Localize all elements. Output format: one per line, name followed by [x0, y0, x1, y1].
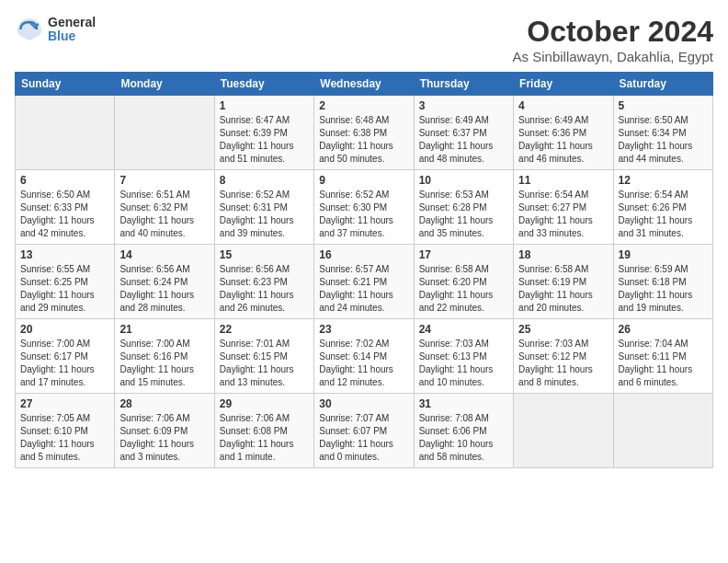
- day-detail: Sunrise: 7:01 AMSunset: 6:15 PMDaylight:…: [220, 338, 309, 389]
- day-number: 18: [518, 248, 608, 261]
- header-cell-wednesday: Wednesday: [314, 73, 414, 96]
- week-row-1: 1Sunrise: 6:47 AMSunset: 6:39 PMDaylight…: [16, 96, 713, 170]
- day-detail: Sunrise: 6:59 AMSunset: 6:18 PMDaylight:…: [619, 263, 708, 315]
- day-detail: Sunrise: 6:53 AMSunset: 6:28 PMDaylight:…: [419, 189, 508, 240]
- calendar-cell: [613, 394, 712, 468]
- day-number: 5: [619, 99, 708, 112]
- week-row-5: 27Sunrise: 7:05 AMSunset: 6:10 PMDayligh…: [16, 394, 713, 468]
- day-detail: Sunrise: 7:03 AMSunset: 6:12 PMDaylight:…: [518, 338, 608, 389]
- day-number: 3: [419, 99, 508, 112]
- day-number: 28: [119, 397, 209, 410]
- calendar-cell: 4Sunrise: 6:49 AMSunset: 6:36 PMDaylight…: [514, 96, 613, 170]
- day-number: 20: [20, 323, 109, 336]
- day-number: 30: [319, 397, 408, 410]
- day-detail: Sunrise: 7:00 AMSunset: 6:16 PMDaylight:…: [119, 338, 209, 389]
- calendar-cell: 16Sunrise: 6:57 AMSunset: 6:21 PMDayligh…: [314, 245, 414, 319]
- week-row-4: 20Sunrise: 7:00 AMSunset: 6:17 PMDayligh…: [16, 319, 713, 394]
- calendar-cell: 1Sunrise: 6:47 AMSunset: 6:39 PMDaylight…: [214, 96, 313, 170]
- day-detail: Sunrise: 7:07 AMSunset: 6:07 PMDaylight:…: [319, 412, 408, 464]
- day-number: 22: [220, 323, 309, 336]
- calendar-cell: 30Sunrise: 7:07 AMSunset: 6:07 PMDayligh…: [314, 394, 414, 468]
- day-number: 17: [419, 248, 508, 261]
- calendar-cell: 29Sunrise: 7:06 AMSunset: 6:08 PMDayligh…: [214, 394, 313, 468]
- header-cell-sunday: Sunday: [16, 73, 115, 96]
- day-detail: Sunrise: 6:54 AMSunset: 6:27 PMDaylight:…: [518, 189, 608, 240]
- week-row-3: 13Sunrise: 6:55 AMSunset: 6:25 PMDayligh…: [16, 245, 713, 319]
- day-number: 2: [319, 99, 408, 112]
- logo: General Blue: [15, 15, 96, 44]
- calendar-cell: 26Sunrise: 7:04 AMSunset: 6:11 PMDayligh…: [613, 319, 712, 394]
- day-detail: Sunrise: 6:56 AMSunset: 6:24 PMDaylight:…: [119, 263, 209, 315]
- calendar-cell: 18Sunrise: 6:58 AMSunset: 6:19 PMDayligh…: [514, 245, 613, 319]
- day-detail: Sunrise: 6:54 AMSunset: 6:26 PMDaylight:…: [619, 189, 708, 240]
- day-detail: Sunrise: 6:50 AMSunset: 6:33 PMDaylight:…: [20, 189, 109, 240]
- day-number: 7: [119, 174, 209, 187]
- day-detail: Sunrise: 6:49 AMSunset: 6:36 PMDaylight:…: [518, 114, 608, 166]
- calendar-cell: 15Sunrise: 6:56 AMSunset: 6:23 PMDayligh…: [214, 245, 313, 319]
- day-number: 24: [419, 323, 508, 336]
- calendar-cell: 21Sunrise: 7:00 AMSunset: 6:16 PMDayligh…: [115, 319, 214, 394]
- calendar-cell: 14Sunrise: 6:56 AMSunset: 6:24 PMDayligh…: [115, 245, 214, 319]
- week-row-2: 6Sunrise: 6:50 AMSunset: 6:33 PMDaylight…: [16, 170, 713, 245]
- calendar-cell: 3Sunrise: 6:49 AMSunset: 6:37 PMDaylight…: [414, 96, 513, 170]
- day-detail: Sunrise: 7:03 AMSunset: 6:13 PMDaylight:…: [419, 338, 508, 389]
- day-detail: Sunrise: 6:47 AMSunset: 6:39 PMDaylight:…: [220, 114, 309, 166]
- day-number: 27: [20, 397, 109, 410]
- day-detail: Sunrise: 6:48 AMSunset: 6:38 PMDaylight:…: [319, 114, 408, 166]
- day-detail: Sunrise: 7:06 AMSunset: 6:09 PMDaylight:…: [119, 412, 209, 464]
- header-row: SundayMondayTuesdayWednesdayThursdayFrid…: [16, 73, 713, 96]
- day-detail: Sunrise: 7:05 AMSunset: 6:10 PMDaylight:…: [20, 412, 109, 464]
- day-number: 23: [319, 323, 408, 336]
- day-number: 14: [119, 248, 209, 261]
- logo-blue: Blue: [48, 29, 96, 43]
- day-number: 13: [20, 248, 109, 261]
- day-number: 1: [220, 99, 309, 112]
- logo-general: General: [48, 16, 96, 29]
- calendar-cell: 5Sunrise: 6:50 AMSunset: 6:34 PMDaylight…: [613, 96, 712, 170]
- month-title: October 2024: [513, 15, 713, 49]
- logo-text: General Blue: [48, 16, 96, 44]
- day-detail: Sunrise: 6:55 AMSunset: 6:25 PMDaylight:…: [20, 263, 109, 315]
- calendar-table: SundayMondayTuesdayWednesdayThursdayFrid…: [15, 72, 713, 468]
- page-header: General Blue October 2024 As Sinbillaway…: [15, 15, 713, 64]
- calendar-cell: 27Sunrise: 7:05 AMSunset: 6:10 PMDayligh…: [16, 394, 115, 468]
- day-number: 26: [619, 323, 708, 336]
- day-detail: Sunrise: 6:52 AMSunset: 6:30 PMDaylight:…: [319, 189, 408, 240]
- calendar-cell: 9Sunrise: 6:52 AMSunset: 6:30 PMDaylight…: [314, 170, 414, 245]
- day-number: 10: [419, 174, 508, 187]
- calendar-cell: 31Sunrise: 7:08 AMSunset: 6:06 PMDayligh…: [414, 394, 513, 468]
- calendar-header: SundayMondayTuesdayWednesdayThursdayFrid…: [16, 73, 713, 96]
- calendar-cell: 11Sunrise: 6:54 AMSunset: 6:27 PMDayligh…: [514, 170, 613, 245]
- calendar-cell: 6Sunrise: 6:50 AMSunset: 6:33 PMDaylight…: [16, 170, 115, 245]
- day-detail: Sunrise: 6:52 AMSunset: 6:31 PMDaylight:…: [220, 189, 309, 240]
- calendar-cell: 17Sunrise: 6:58 AMSunset: 6:20 PMDayligh…: [414, 245, 513, 319]
- calendar-cell: 25Sunrise: 7:03 AMSunset: 6:12 PMDayligh…: [514, 319, 613, 394]
- header-cell-friday: Friday: [514, 73, 613, 96]
- day-detail: Sunrise: 6:49 AMSunset: 6:37 PMDaylight:…: [419, 114, 508, 166]
- day-detail: Sunrise: 6:56 AMSunset: 6:23 PMDaylight:…: [220, 263, 309, 315]
- calendar-cell: 24Sunrise: 7:03 AMSunset: 6:13 PMDayligh…: [414, 319, 513, 394]
- calendar-body: 1Sunrise: 6:47 AMSunset: 6:39 PMDaylight…: [16, 96, 713, 468]
- title-block: October 2024 As Sinbillawayn, Dakahlia, …: [513, 15, 713, 64]
- calendar-cell: 8Sunrise: 6:52 AMSunset: 6:31 PMDaylight…: [214, 170, 313, 245]
- day-detail: Sunrise: 6:58 AMSunset: 6:20 PMDaylight:…: [419, 263, 508, 315]
- calendar-cell: 10Sunrise: 6:53 AMSunset: 6:28 PMDayligh…: [414, 170, 513, 245]
- calendar-cell: 19Sunrise: 6:59 AMSunset: 6:18 PMDayligh…: [613, 245, 712, 319]
- day-number: 4: [518, 99, 608, 112]
- calendar-cell: 20Sunrise: 7:00 AMSunset: 6:17 PMDayligh…: [16, 319, 115, 394]
- day-detail: Sunrise: 7:00 AMSunset: 6:17 PMDaylight:…: [20, 338, 109, 389]
- header-cell-monday: Monday: [115, 73, 214, 96]
- day-detail: Sunrise: 7:08 AMSunset: 6:06 PMDaylight:…: [419, 412, 508, 464]
- day-number: 12: [619, 174, 708, 187]
- day-number: 6: [20, 174, 109, 187]
- day-number: 15: [220, 248, 309, 261]
- day-detail: Sunrise: 6:51 AMSunset: 6:32 PMDaylight:…: [119, 189, 209, 240]
- day-detail: Sunrise: 7:02 AMSunset: 6:14 PMDaylight:…: [319, 338, 408, 389]
- calendar-cell: 12Sunrise: 6:54 AMSunset: 6:26 PMDayligh…: [613, 170, 712, 245]
- day-number: 25: [518, 323, 608, 336]
- header-cell-thursday: Thursday: [414, 73, 513, 96]
- day-detail: Sunrise: 6:57 AMSunset: 6:21 PMDaylight:…: [319, 263, 408, 315]
- day-number: 16: [319, 248, 408, 261]
- header-cell-tuesday: Tuesday: [214, 73, 313, 96]
- calendar-cell: 7Sunrise: 6:51 AMSunset: 6:32 PMDaylight…: [115, 170, 214, 245]
